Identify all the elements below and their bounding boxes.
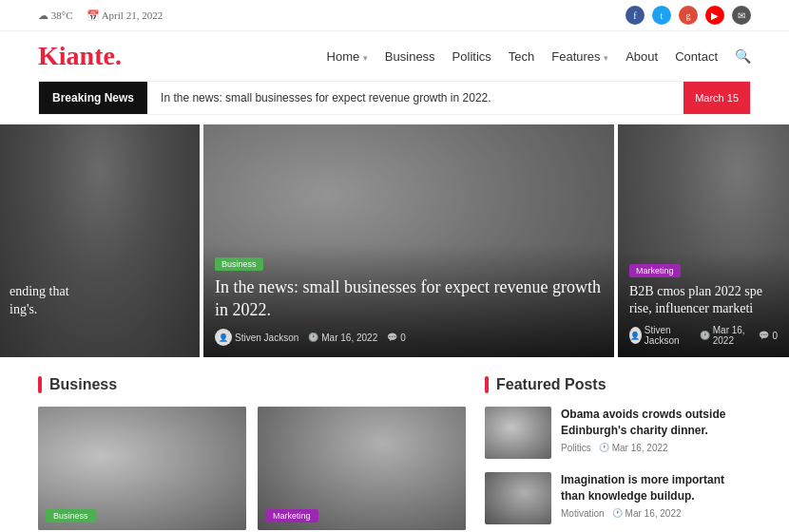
biz-card-1[interactable]: Business	[38, 407, 246, 530]
hero-right-meta: 👤 Stiven Jackson 🕐 Mar 16, 2022 💬 0	[629, 325, 778, 346]
top-bar: ☁ 38°C 📅 April 21, 2022 f t g ▶ ✉	[0, 0, 789, 31]
hero-main-meta: 👤 Stiven Jackson 🕐 Mar 16, 2022 💬 0	[215, 329, 603, 346]
hero-slide-right[interactable]: Marketing B2B cmos plan 2022 spe rise, i…	[618, 124, 789, 357]
hero-main-title: In the news: small businesses for expect…	[215, 276, 603, 321]
biz-card-2[interactable]: Marketing	[258, 407, 466, 530]
hero-right-author: 👤 Stiven Jackson	[629, 325, 690, 346]
nav-contact[interactable]: Contact	[675, 49, 718, 64]
featured-item-2[interactable]: Imagination is more important than knowl…	[485, 472, 751, 524]
hero-slide-main[interactable]: Business In the news: small businesses f…	[203, 124, 614, 357]
facebook-icon[interactable]: f	[625, 6, 645, 25]
twitter-icon[interactable]: t	[652, 6, 671, 25]
weather-temp: 38°C	[51, 10, 73, 21]
hero-slide-left[interactable]: ending thating's.	[0, 124, 200, 357]
googleplus-icon[interactable]: g	[679, 6, 698, 25]
feat-date-text-1: Mar 16, 2022	[612, 443, 668, 453]
biz-card-2-badge: Marketing	[265, 509, 318, 522]
social-links: f t g ▶ ✉	[625, 6, 751, 25]
nav-business[interactable]: Business	[385, 49, 435, 64]
date-info: 📅 April 21, 2022	[87, 10, 164, 22]
comment-icon-right: 💬	[759, 331, 769, 340]
breaking-news-text: In the news: small businesses for expect…	[147, 91, 683, 104]
feat-thumb-2	[485, 472, 551, 524]
main-nav: Home ▾ Business Politics Tech Features ▾…	[327, 48, 751, 65]
author-avatar-right: 👤	[629, 327, 642, 344]
logo[interactable]: Kiante.	[38, 41, 122, 71]
business-section: Business Business Marketing	[38, 376, 466, 532]
nav-home[interactable]: Home ▾	[327, 49, 368, 64]
feat2-photo	[485, 472, 551, 524]
hero-main-comments: 💬 0	[387, 332, 406, 343]
featured-section: Featured Posts Obama avoids crowds outsi…	[485, 376, 751, 532]
author-name-right: Stiven Jackson	[645, 325, 690, 346]
top-bar-left: ☁ 38°C 📅 April 21, 2022	[38, 10, 163, 22]
search-icon[interactable]: 🔍	[735, 48, 751, 65]
feat-content-1: Obama avoids crowds outside Edinburgh's …	[561, 407, 751, 453]
hero-main-date: 🕐 Mar 16, 2022	[308, 332, 377, 343]
comment-icon: 💬	[387, 332, 397, 342]
author-avatar: 👤	[215, 329, 232, 346]
logo-text: Kiante	[38, 41, 115, 70]
hero-left-partial: ending thating's.	[10, 282, 190, 319]
date-text: April 21, 2022	[102, 10, 163, 21]
biz-card-1-badge: Business	[46, 509, 96, 522]
hero-right-title: B2B cmos plan 2022 spe rise, influencer …	[629, 283, 778, 317]
hero-right-overlay: Marketing B2B cmos plan 2022 spe rise, i…	[618, 251, 789, 357]
comment-count: 0	[400, 332, 406, 343]
logo-dot: .	[115, 41, 122, 70]
feat1-photo	[485, 407, 551, 459]
email-icon[interactable]: ✉	[732, 6, 751, 25]
clock-icon-right: 🕐	[700, 331, 710, 340]
content-sections: Business Business Marketing Featured Pos…	[0, 357, 789, 532]
hero-left-text: ending thating's.	[10, 282, 190, 319]
biz-card-1-image: Business	[38, 407, 246, 530]
feat-meta-1: Politics 🕐 Mar 16, 2022	[561, 443, 751, 453]
clock-icon: 🕐	[308, 332, 318, 342]
hero-main-category: Business	[215, 257, 263, 271]
hero-right-comments: 💬 0	[759, 331, 778, 341]
comment-count-right: 0	[772, 331, 778, 341]
clock-icon-feat2: 🕐	[612, 508, 623, 518]
feat-thumb-1	[485, 407, 551, 459]
weather-info: ☁ 38°C	[38, 10, 73, 22]
clock-icon-feat1: 🕐	[599, 443, 609, 452]
featured-list: Obama avoids crowds outside Edinburgh's …	[485, 407, 751, 532]
feat-category-2: Motivation	[561, 508, 605, 519]
feat-title-1: Obama avoids crowds outside Edinburgh's …	[561, 407, 751, 439]
hero-right-date: 🕐 Mar 16, 2022	[700, 325, 750, 346]
header: Kiante. Home ▾ Business Politics Tech Fe…	[0, 31, 789, 81]
feat-category-1: Politics	[561, 443, 591, 453]
breaking-news-bar: Breaking News In the news: small busines…	[38, 81, 751, 115]
nav-features[interactable]: Features ▾	[551, 49, 608, 64]
publish-date: Mar 16, 2022	[321, 332, 377, 343]
breaking-news-date: March 15	[683, 82, 750, 114]
breaking-news-label: Breaking News	[39, 82, 147, 114]
nav-politics[interactable]: Politics	[452, 49, 491, 64]
author-name: Stiven Jackson	[235, 332, 298, 343]
featured-item-1[interactable]: Obama avoids crowds outside Edinburgh's …	[485, 407, 751, 459]
hero-main-overlay: Business In the news: small businesses f…	[203, 244, 614, 357]
feat-meta-2: Motivation 🕐 Mar 16, 2022	[561, 508, 751, 519]
feat-date-1: 🕐 Mar 16, 2022	[599, 443, 668, 453]
feat-date-text-2: Mar 16, 2022	[625, 508, 682, 519]
hero-main-author: 👤 Stiven Jackson	[215, 329, 298, 346]
nav-tech[interactable]: Tech	[509, 49, 534, 64]
nav-about[interactable]: About	[625, 49, 658, 64]
featured-section-title: Featured Posts	[485, 376, 751, 393]
business-section-title: Business	[38, 376, 466, 393]
feat-content-2: Imagination is more important than knowl…	[561, 472, 751, 519]
business-cards: Business Marketing	[38, 407, 466, 530]
hero-slider: ending thating's. Business In the news: …	[0, 124, 789, 357]
hero-right-category: Marketing	[629, 264, 681, 277]
feat-date-2: 🕐 Mar 16, 2022	[612, 508, 682, 519]
biz-card-2-image: Marketing	[258, 407, 466, 530]
publish-date-right: Mar 16, 2022	[713, 325, 750, 346]
feat-title-2: Imagination is more important than knowl…	[561, 472, 751, 504]
youtube-icon[interactable]: ▶	[705, 6, 724, 25]
